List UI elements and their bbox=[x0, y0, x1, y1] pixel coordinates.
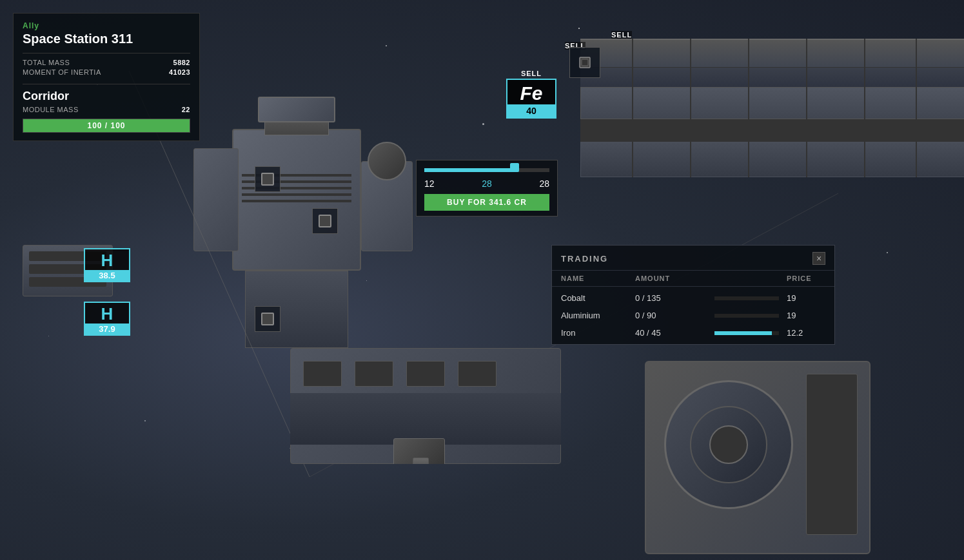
iron-bar-container bbox=[709, 331, 787, 335]
col-header-bar bbox=[709, 275, 787, 282]
trade-slider-track bbox=[424, 168, 549, 172]
trade-amount-left: 12 bbox=[424, 179, 435, 189]
trade-widget: 12 28 28 BUY FOR 341.6 CR bbox=[416, 160, 558, 217]
resource-badge-h1: H 38.5 bbox=[84, 248, 130, 282]
trading-title: TRADING bbox=[561, 254, 608, 264]
sell-label-fe: SELL Fe 40 bbox=[506, 70, 556, 119]
cobalt-name: Cobalt bbox=[561, 293, 635, 303]
trade-slider[interactable] bbox=[424, 166, 549, 175]
trade-slider-fill bbox=[424, 168, 515, 172]
trading-row-cobalt[interactable]: Cobalt 0 / 135 19 bbox=[552, 289, 834, 307]
fe-symbol: Fe bbox=[507, 80, 555, 104]
iron-bar bbox=[714, 331, 779, 335]
connector-node-2 bbox=[312, 208, 338, 234]
cube-icon-1 bbox=[577, 55, 593, 70]
cobalt-bar-container bbox=[709, 296, 787, 300]
module-name: Corridor bbox=[23, 90, 190, 103]
cube-icon-small-2 bbox=[319, 215, 331, 227]
trade-amount-mid: 28 bbox=[482, 179, 492, 189]
iron-amount: 40 / 45 bbox=[635, 328, 709, 338]
cube-icon-small-3 bbox=[261, 313, 274, 325]
trade-slider-thumb[interactable] bbox=[510, 163, 519, 172]
mech-body bbox=[193, 97, 419, 387]
health-bar-text: 100 / 100 bbox=[87, 121, 125, 130]
svg-rect-3 bbox=[582, 59, 588, 66]
module-mass-row: MODULE MASS 22 bbox=[23, 106, 190, 113]
moment-value: 41023 bbox=[169, 68, 190, 76]
aluminium-amount: 0 / 90 bbox=[635, 311, 709, 320]
element-value-h1: 38.5 bbox=[85, 270, 129, 281]
trading-panel: TRADING × NAME AMOUNT PRICE Cobalt 0 / 1… bbox=[551, 245, 835, 345]
station-panel: Ally Space Station 311 TOTAL MASS 5882 M… bbox=[13, 13, 200, 141]
trade-amount-right: 28 bbox=[539, 179, 549, 189]
iron-price: 12.2 bbox=[787, 328, 825, 338]
total-mass-value: 5882 bbox=[173, 59, 190, 66]
trade-amounts: 12 28 28 bbox=[424, 179, 549, 189]
trading-row-aluminium[interactable]: Aluminium 0 / 90 19 bbox=[552, 307, 834, 324]
sell-label-2: SELL bbox=[611, 31, 632, 39]
ship-body-lower bbox=[290, 348, 561, 464]
iron-name: Iron bbox=[561, 328, 635, 338]
iron-bar-fill bbox=[714, 331, 772, 335]
total-mass-label: TOTAL MASS bbox=[23, 59, 70, 66]
trading-columns: NAME AMOUNT PRICE bbox=[552, 271, 834, 287]
trading-close-button[interactable]: × bbox=[812, 252, 825, 265]
fe-sell-text: SELL bbox=[506, 70, 556, 77]
element-symbol-h1: H bbox=[85, 249, 129, 269]
resource-badge-h2: H 37.9 bbox=[84, 302, 130, 336]
moment-row: MOMENT OF INERTIA 41023 bbox=[23, 68, 190, 76]
module-mass-label: MODULE MASS bbox=[23, 106, 79, 113]
station-stats: TOTAL MASS 5882 MOMENT OF INERTIA 41023 bbox=[23, 53, 190, 76]
fe-value: 40 bbox=[507, 104, 555, 117]
trading-rows: Cobalt 0 / 135 19 Aluminium 0 / 90 19 Ir… bbox=[552, 287, 834, 344]
col-header-price: PRICE bbox=[787, 275, 825, 282]
module-section: Corridor MODULE MASS 22 100 / 100 bbox=[23, 84, 190, 133]
cobalt-amount: 0 / 135 bbox=[635, 293, 709, 303]
element-symbol-h2: H bbox=[85, 303, 129, 322]
aluminium-price: 19 bbox=[787, 311, 825, 320]
aluminium-bar-container bbox=[709, 314, 787, 318]
cobalt-bar bbox=[714, 296, 779, 300]
col-header-amount: AMOUNT bbox=[635, 275, 709, 282]
buy-button[interactable]: BUY FOR 341.6 CR bbox=[424, 194, 549, 211]
trading-row-iron[interactable]: Iron 40 / 45 12.2 bbox=[552, 324, 834, 342]
health-bar: 100 / 100 bbox=[23, 119, 190, 133]
connector-node-1 bbox=[255, 166, 280, 192]
cube-icon-small-1 bbox=[261, 173, 274, 186]
sell-module-icon-1[interactable] bbox=[569, 47, 600, 78]
moment-label: MOMENT OF INERTIA bbox=[23, 68, 101, 76]
station-right-lower bbox=[645, 361, 871, 554]
element-value-h2: 37.9 bbox=[85, 323, 129, 334]
connector-node-3 bbox=[255, 306, 280, 332]
cobalt-price: 19 bbox=[787, 293, 825, 303]
col-header-name: NAME bbox=[561, 275, 635, 282]
trading-header: TRADING × bbox=[552, 246, 834, 271]
module-mass-value: 22 bbox=[182, 106, 190, 113]
fe-badge: Fe 40 bbox=[506, 79, 556, 119]
station-faction: Ally bbox=[23, 21, 190, 30]
aluminium-bar bbox=[714, 314, 779, 318]
aluminium-name: Aluminium bbox=[561, 311, 635, 320]
station-name: Space Station 311 bbox=[23, 32, 190, 46]
total-mass-row: TOTAL MASS 5882 bbox=[23, 59, 190, 66]
